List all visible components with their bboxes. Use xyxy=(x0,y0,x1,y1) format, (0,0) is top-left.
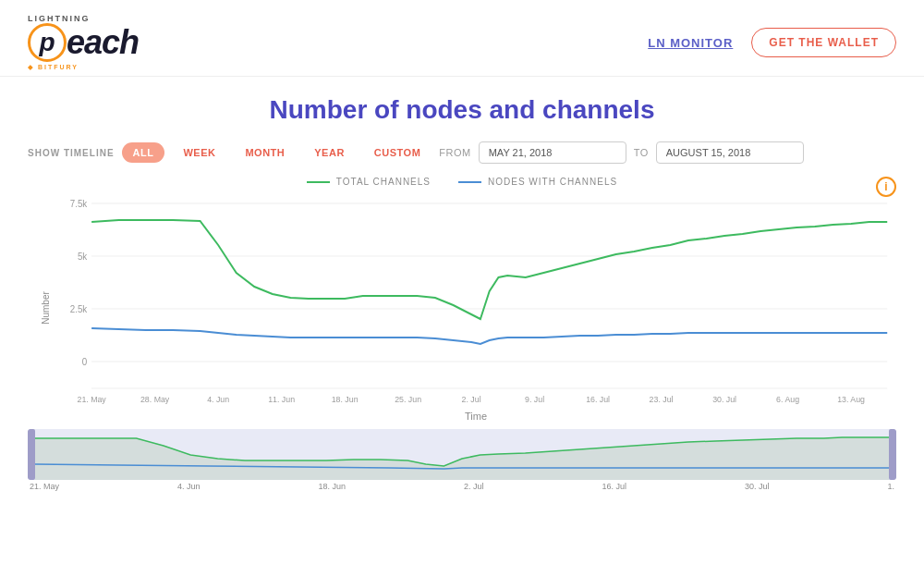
timeline-year-button[interactable]: YEAR xyxy=(303,142,356,163)
svg-text:2.5k: 2.5k xyxy=(70,304,88,314)
timeline-all-button[interactable]: ALL xyxy=(122,142,165,163)
svg-text:18. Jun: 18. Jun xyxy=(332,395,359,404)
chart-area: Number 7.5k 5k 2.5k 0 21. May 28. May 4.… xyxy=(28,194,896,422)
svg-text:30. Jul: 30. Jul xyxy=(712,395,736,404)
svg-text:7.5k: 7.5k xyxy=(70,199,88,209)
mini-label-2: 18. Jun xyxy=(318,482,346,491)
svg-text:4. Jun: 4. Jun xyxy=(207,395,229,404)
main-content: Number of nodes and channels SHOW TIMELI… xyxy=(0,77,924,500)
mini-label-0: 21. May xyxy=(30,482,59,491)
legend-nodes-channels-line xyxy=(458,181,481,183)
legend-total-channels: TOTAL CHANNELS xyxy=(307,177,431,187)
svg-text:6. Aug: 6. Aug xyxy=(776,395,799,404)
logo-text: each xyxy=(67,23,139,62)
logo-circle: p xyxy=(28,23,67,62)
logo-letter: p xyxy=(39,28,55,57)
main-chart-svg: 7.5k 5k 2.5k 0 21. May 28. May 4. Jun 11… xyxy=(55,194,896,407)
legend-total-channels-label: TOTAL CHANNELS xyxy=(336,177,431,187)
mini-handle-left[interactable] xyxy=(28,429,35,480)
nodes-channels-line xyxy=(91,328,887,344)
svg-text:2. Jul: 2. Jul xyxy=(462,395,481,404)
logo-main: LIGHTNING p each ◆ BITFURY xyxy=(28,14,139,71)
to-label: TO xyxy=(634,147,649,158)
from-label: FROM xyxy=(439,147,470,158)
svg-text:9. Jul: 9. Jul xyxy=(525,395,544,404)
show-timeline-label: SHOW TIMELINE xyxy=(28,148,115,158)
svg-text:0: 0 xyxy=(82,357,88,367)
legend-total-channels-line xyxy=(307,181,330,183)
legend-row: TOTAL CHANNELS NODES WITH CHANNELS i xyxy=(28,177,896,187)
mini-label-5: 30. Jul xyxy=(745,482,770,491)
get-wallet-button[interactable]: GET THE WALLET xyxy=(751,28,896,57)
total-channels-line xyxy=(91,220,887,319)
chart-container: 7.5k 5k 2.5k 0 21. May 28. May 4. Jun 11… xyxy=(55,194,896,407)
header: LIGHTNING p each ◆ BITFURY LN MONITOR GE… xyxy=(0,0,924,77)
logo-lightning: LIGHTNING xyxy=(28,14,91,23)
timeline-controls: SHOW TIMELINE ALL WEEK MONTH YEAR CUSTOM… xyxy=(28,141,896,164)
timeline-custom-button[interactable]: CUSTOM xyxy=(363,142,432,163)
svg-text:28. May: 28. May xyxy=(140,395,170,404)
ln-monitor-button[interactable]: LN MONITOR xyxy=(648,36,733,50)
timeline-month-button[interactable]: MONTH xyxy=(234,142,296,163)
x-axis-label: Time xyxy=(55,411,896,422)
legend-nodes-channels: NODES WITH CHANNELS xyxy=(458,177,617,187)
to-date-input[interactable] xyxy=(656,141,804,164)
mini-handle-right[interactable] xyxy=(889,429,896,480)
svg-text:25. Jun: 25. Jun xyxy=(395,395,421,404)
nav-right: LN MONITOR GET THE WALLET xyxy=(648,28,896,57)
page-title: Number of nodes and channels xyxy=(28,95,896,125)
svg-text:5k: 5k xyxy=(78,252,87,262)
mini-chart-labels: 21. May 4. Jun 18. Jun 2. Jul 16. Jul 30… xyxy=(28,482,896,491)
legend-nodes-channels-label: NODES WITH CHANNELS xyxy=(488,177,617,187)
timeline-week-button[interactable]: WEEK xyxy=(172,142,226,163)
from-date-input[interactable] xyxy=(479,141,626,164)
svg-text:23. Jul: 23. Jul xyxy=(650,395,674,404)
svg-text:16. Jul: 16. Jul xyxy=(586,395,610,404)
bitfury-label: ◆ BITFURY xyxy=(28,64,79,71)
chart-legend: TOTAL CHANNELS NODES WITH CHANNELS xyxy=(28,177,896,187)
logo-area: LIGHTNING p each ◆ BITFURY xyxy=(28,14,139,71)
mini-label-6: 1. xyxy=(887,482,894,491)
mini-label-3: 2. Jul xyxy=(464,482,484,491)
mini-label-1: 4. Jun xyxy=(177,482,201,491)
svg-text:21. May: 21. May xyxy=(77,395,106,404)
mini-chart-container xyxy=(28,429,896,480)
svg-text:11. Jun: 11. Jun xyxy=(268,395,295,404)
svg-text:13. Aug: 13. Aug xyxy=(837,395,865,404)
mini-label-4: 16. Jul xyxy=(602,482,626,491)
mini-chart-svg xyxy=(28,429,896,480)
y-axis-label: Number xyxy=(41,291,51,325)
